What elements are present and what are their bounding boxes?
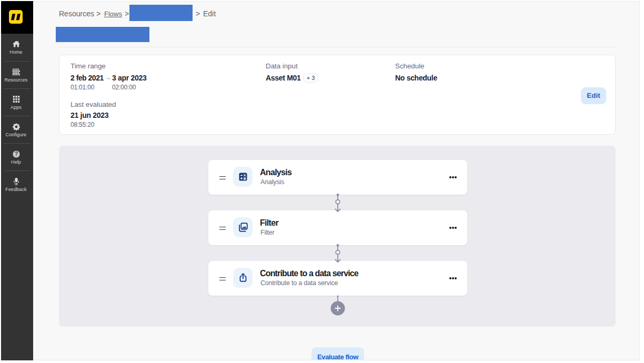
svg-text:?: ? — [14, 151, 17, 157]
